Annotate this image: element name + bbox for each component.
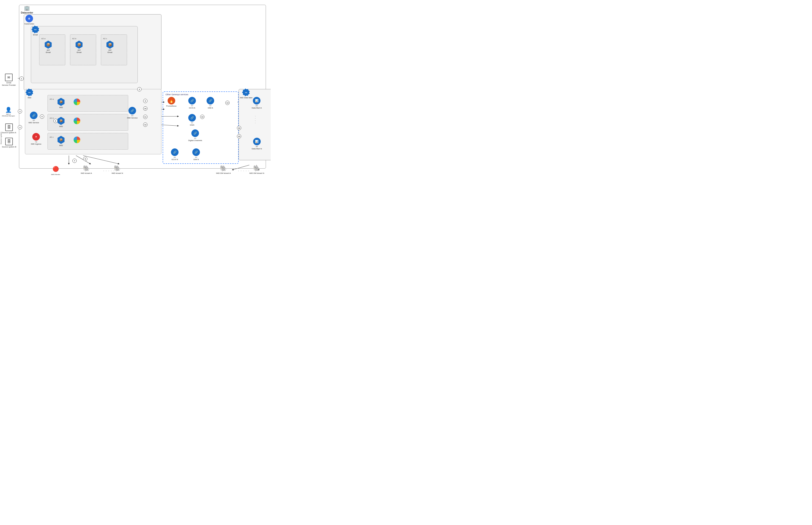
iwd-ui-icon: 👤: [5, 107, 12, 113]
email-az-c-box: AZ-c 📦 pod Email: [101, 34, 127, 65]
gcxi-a-icon: 🔗: [188, 97, 196, 104]
email-az-a-label: AZ-a: [41, 38, 45, 40]
kubernetes-label: Kubernetes: [25, 23, 34, 25]
iwd-pod-a-label: IWD: [59, 106, 63, 109]
num-9: 9: [143, 99, 148, 103]
datamart-a-job-icon: 📊: [253, 97, 260, 104]
iwd-pod-a-color: [74, 99, 80, 105]
iwd-ing-badge: ing: [35, 141, 37, 142]
iwd-redis-icon: 🔴: [51, 165, 60, 173]
datamart-a-job-badge: job: [256, 105, 258, 106]
iwd-pod-b-label: IWD: [59, 125, 63, 128]
gws-label: GWS: [190, 124, 194, 126]
iwd-tenant-a-wrap: 🐘 IWD tenant A: [81, 165, 92, 175]
num-1: 1: [19, 76, 24, 81]
iwd-pod-c-icon: 📦: [57, 136, 65, 144]
datamart-n-job-label: Data Mart N: [252, 148, 262, 150]
kubernetes-icon-wrap: ⎈ Kubernetes: [25, 15, 34, 25]
iwd-pod-c-label: IWD: [59, 144, 63, 147]
iwd-pod-c-color: [74, 136, 80, 143]
iwd-az-a-label: AZ-a: [50, 98, 54, 100]
iwd-ui-label: IWD UI(Workload Manager): [2, 114, 15, 117]
iwd-svc2-icon: 🔗: [129, 107, 136, 115]
email-pod-a-pod-label: pod: [47, 49, 50, 51]
num-13: 13: [200, 115, 205, 119]
iwd-pod-b-wrap: 📦 IWD: [57, 117, 65, 128]
genesys-services-label: Other Genesys services: [165, 93, 188, 96]
email-pod-a-wrap: 📦 pod Email: [44, 41, 52, 54]
gim-a-label: GIM A: [208, 107, 213, 109]
source-b-icon: 🗄: [5, 138, 13, 145]
email-ns-icon: ns: [32, 26, 39, 33]
source-b-wrap: 🗄 Source system B: [2, 138, 16, 148]
num-15: 15: [237, 134, 241, 138]
kubernetes-icon: ⎈: [26, 15, 33, 22]
building-icon: 🏢: [24, 5, 30, 11]
iwd-dm-tenant-n-label: IWD DM tenant N: [249, 172, 264, 175]
iwd-ui-wrap: 👤 IWD UI(Workload Manager): [2, 107, 15, 117]
gws-svc-badge: svc: [191, 122, 193, 123]
num-3: 3: [18, 109, 22, 114]
gws-wrap: 🔗 svc GWS: [188, 114, 196, 126]
email-pod-c-label: Email: [108, 51, 112, 54]
iwd-svc-icon: 🔗: [30, 111, 37, 119]
gcxi-n-label: GCXI N: [171, 159, 178, 161]
iwd-ns-icon-wrap: ns IWD: [26, 89, 33, 99]
dots-datamart-top: · · · ·: [254, 116, 257, 124]
iwd-svc2-wrap: 🔗 svc IWD Service: [127, 107, 137, 119]
gim-n-wrap: 🔗 svc GIM N: [192, 148, 200, 161]
email-pod-a-icon: 📦: [44, 41, 52, 49]
datamart-a-job-label: Data Mart A: [252, 107, 262, 109]
iwd-svc-wrap: 🔗 svc IWD Service: [29, 111, 39, 124]
gim-a-svc-badge: svc: [209, 105, 212, 106]
iwd-dm-tenant-a-wrap: 🐘 IWD DM tenant A: [216, 165, 231, 175]
gim-n-svc-badge: svc: [195, 156, 197, 158]
gcxi-a-wrap: 🔗 svc GCXI A: [188, 97, 196, 109]
num-11: 11: [143, 115, 148, 119]
datamart-n-job-icon: 📊: [253, 138, 261, 145]
email-pod-c-wrap: 📦 pod Email: [106, 41, 114, 54]
email-pod-c-icon: 📦: [106, 41, 114, 49]
iwd-pod-a-icon: 📦: [57, 98, 65, 106]
diagram: 🏢 Datacenter ⎈ Kubernetes ns Email AZ-a …: [0, 0, 271, 175]
datamart-n-job-badge: job: [256, 146, 258, 147]
iwd-svc-badge: svc: [33, 120, 35, 121]
iwd-pod-b-icon: 📦: [57, 117, 65, 125]
prometheus-icon: 🔥: [168, 97, 175, 104]
iwd-svc2-badge: svc: [131, 115, 133, 116]
prometheus-wrap: 🔥 Prometheus: [166, 97, 176, 107]
num-5: 5: [40, 115, 44, 119]
email-az-b-label: AZ-b: [72, 38, 76, 40]
source-a-wrap: 🗄 Source system A: [2, 123, 16, 134]
iwd-tenant-n-wrap: 🐘 IWD tenant N: [111, 165, 123, 175]
email-az-a-box: AZ-a 📦 pod Email: [39, 34, 65, 65]
num-7: 7: [72, 159, 77, 163]
gcxi-n-wrap: 🔗 svc GCXI N: [171, 148, 179, 161]
iwd-ns-icon: ns: [26, 89, 33, 96]
iwd-ingress-icon: ✕: [32, 133, 40, 140]
gim-a-wrap: 🔗 svc GIM A: [207, 97, 214, 109]
gcxi-a-svc-badge: svc: [191, 105, 193, 106]
prometheus-label: Prometheus: [166, 105, 176, 107]
num-10: 10: [143, 106, 148, 111]
iwd-svc-label: IWD Service: [29, 122, 39, 124]
source-a-icon: 🗄: [5, 123, 13, 131]
email-ns-icon-wrap: ns Email: [32, 26, 39, 36]
datacenter-icon-wrap: 🏢 Datacenter: [21, 5, 33, 14]
digital-channels-svc-badge: svc: [194, 137, 196, 139]
num-8: 8: [83, 157, 87, 161]
iwd-svc2-label: IWD Service: [127, 117, 137, 119]
datacenter-label: Datacenter: [21, 11, 33, 14]
gim-n-label: GIM N: [193, 159, 199, 161]
iwd-tenant-a-label: IWD tenant A: [81, 172, 92, 175]
iwd-az-b-label: AZ-b: [50, 117, 54, 119]
iwd-ns-label: IWD: [28, 96, 31, 99]
email-provider-label: EmailService Provider: [2, 82, 16, 86]
gcxi-a-label: GCXI A: [189, 107, 195, 109]
source-b-label: Source system B: [2, 146, 16, 148]
iwd-az-c-label: AZ-c: [50, 136, 54, 138]
iwd-dm-tenant-n-wrap: 🐘 IWD DM tenant N: [249, 165, 264, 175]
iwd-ingress-label: IWD Ingress: [31, 143, 41, 145]
gim-n-icon: 🔗: [192, 148, 200, 156]
gcxi-n-svc-badge: svc: [174, 156, 176, 158]
